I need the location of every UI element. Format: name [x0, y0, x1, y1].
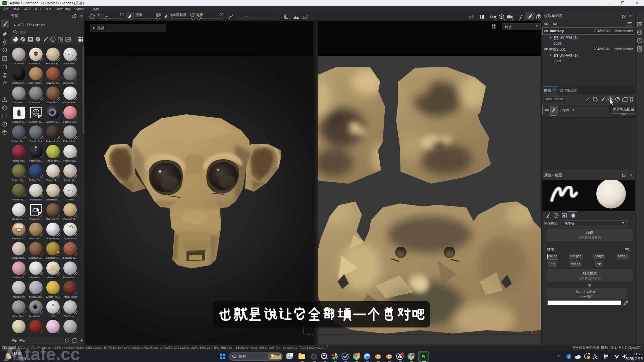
svg-text:v: v: [530, 325, 531, 328]
svg-text:u: u: [538, 333, 540, 336]
svg-text:tafe.cc: tafe.cc: [25, 344, 80, 362]
svg-text:Pt: Pt: [422, 355, 426, 359]
